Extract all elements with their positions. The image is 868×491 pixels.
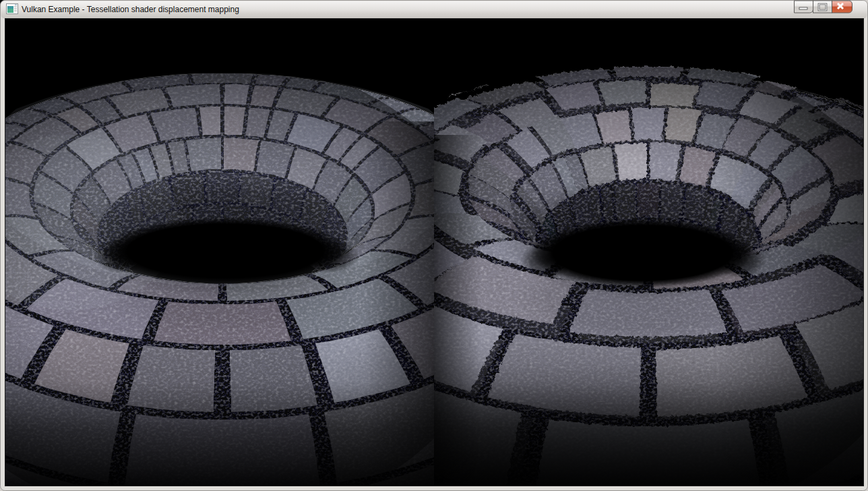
svg-text:Vulkan Example - Tessellation: Vulkan Example - Tessellation shader dis… <box>22 5 239 14</box>
